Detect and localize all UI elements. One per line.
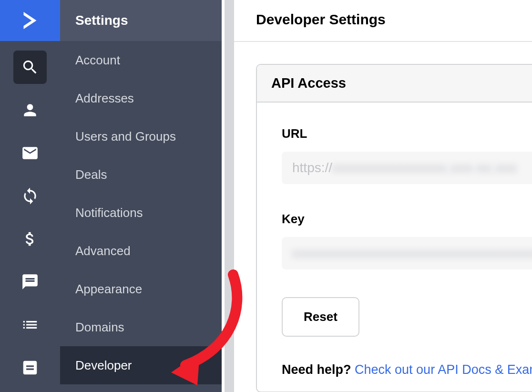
settings-header: Settings xyxy=(60,0,222,41)
help-prefix: Need help? xyxy=(282,362,355,377)
sidebar-item-label: Account xyxy=(75,53,120,68)
nav-automations[interactable] xyxy=(13,179,47,213)
api-access-card: API Access URL https://xxxxxxxxxxxxxxxx.… xyxy=(256,64,532,392)
document-icon xyxy=(21,359,39,377)
sidebar-item-addresses[interactable]: Addresses xyxy=(60,79,222,117)
list-icon xyxy=(21,316,39,334)
url-label: URL xyxy=(282,126,532,141)
sidebar-item-label: Developer xyxy=(75,358,132,373)
sidebar-item-label: Users and Groups xyxy=(75,129,176,144)
sidebar-item-label: Advanced xyxy=(75,244,131,258)
sidebar-item-deals[interactable]: Deals xyxy=(60,155,222,194)
sidebar-item-developer[interactable]: Developer xyxy=(60,346,222,384)
nav-search[interactable] xyxy=(13,51,47,84)
card-header: API Access xyxy=(257,65,532,103)
help-link[interactable]: Check out our API Docs & Exam xyxy=(355,362,532,377)
search-icon xyxy=(21,58,39,76)
sidebar-item-domains[interactable]: Domains xyxy=(60,308,222,346)
url-prefix: https:// xyxy=(292,160,332,175)
sidebar-item-advanced[interactable]: Advanced xyxy=(60,232,222,270)
main-content: Developer Settings API Access URL https:… xyxy=(234,0,532,392)
url-field[interactable]: https://xxxxxxxxxxxxxxxx.xxx-xx.xxx xyxy=(282,152,532,184)
settings-menu-body: Account Addresses Users and Groups Deals… xyxy=(60,41,222,392)
nav-conversations[interactable] xyxy=(13,265,47,299)
nav-lists[interactable] xyxy=(13,308,47,341)
sidebar-item-label: Addresses xyxy=(75,91,134,106)
contacts-icon xyxy=(21,101,39,119)
key-field[interactable]: xxxxxxxxxxxxxxxxxxxxxxxxxxxxxxxxxxxxx xyxy=(282,237,532,269)
logo-chevron-icon xyxy=(17,8,43,33)
nav-contacts[interactable] xyxy=(13,93,47,127)
mail-icon xyxy=(21,144,39,162)
sidebar-item-appearance[interactable]: Appearance xyxy=(60,270,222,308)
sidebar-item-label: Domains xyxy=(75,320,124,335)
icon-rail xyxy=(0,0,60,392)
nav-deals[interactable] xyxy=(13,222,47,256)
nav-campaigns[interactable] xyxy=(13,136,47,170)
reset-button[interactable]: Reset xyxy=(282,297,359,337)
key-hidden: xxxxxxxxxxxxxxxxxxxxxxxxxxxxxxxxxxxxx xyxy=(292,246,532,261)
help-text: Need help? Check out our API Docs & Exam xyxy=(282,362,532,377)
settings-sidebar: Settings Account Addresses Users and Gro… xyxy=(60,0,222,392)
sidebar-item-users-groups[interactable]: Users and Groups xyxy=(60,117,222,155)
sidebar-item-notifications[interactable]: Notifications xyxy=(60,194,222,232)
sidebar-item-label: Notifications xyxy=(75,206,143,220)
url-hidden: xxxxxxxxxxxxxxxx.xxx-xx.xxx xyxy=(332,160,517,175)
page-title: Developer Settings xyxy=(234,0,532,42)
sidebar-item-account[interactable]: Account xyxy=(60,41,222,79)
nav-reports[interactable] xyxy=(13,351,47,384)
automation-icon xyxy=(21,187,39,205)
sidebar-item-label: Appearance xyxy=(75,282,142,297)
app-logo[interactable] xyxy=(0,0,60,41)
chat-icon xyxy=(21,273,39,291)
sidebar-item-label: Deals xyxy=(75,167,107,182)
vertical-divider xyxy=(222,0,234,392)
key-label: Key xyxy=(282,212,532,227)
dollar-icon xyxy=(21,230,39,248)
